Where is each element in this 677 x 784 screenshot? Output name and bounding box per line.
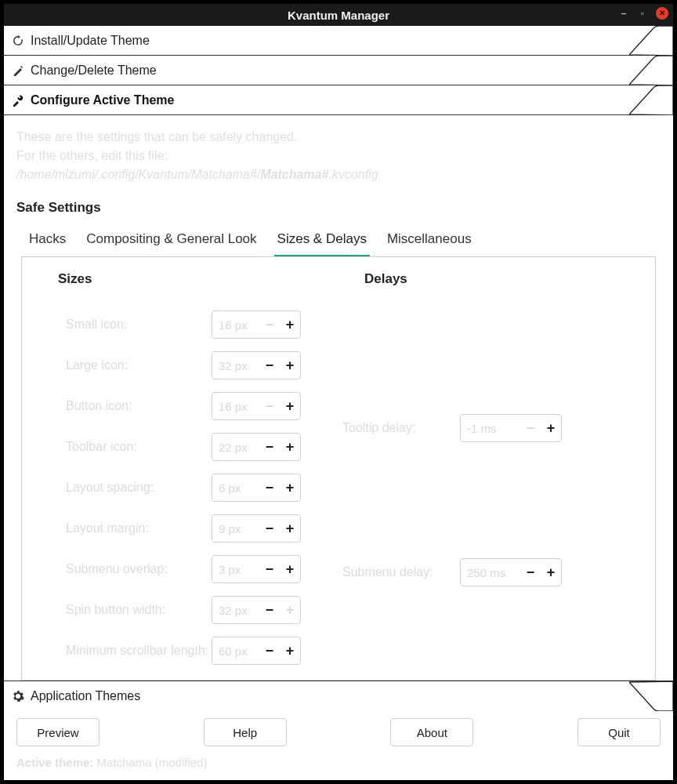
intro-path-prefix: /home/mizumi/.config/Kvantum/Matchama#/ [16,168,260,181]
label-toolbar-icon: Toolbar icon: [36,440,212,454]
plus-icon[interactable]: + [280,556,300,583]
spin-layout-margin[interactable]: 9 px − + [212,514,301,543]
spin-value[interactable]: 6 px [212,481,259,495]
spin-small-icon[interactable]: 16 px − + [212,310,301,339]
status-label: Active theme: [16,756,93,769]
configure-panel: These are the settings that can be safel… [4,115,673,681]
safe-settings-heading: Safe Settings [4,195,673,225]
minimize-icon[interactable]: – [618,8,629,19]
app-window: Kvantum Manager – ▫ ✕ Install/Update The… [0,0,677,784]
row-submenu-overlap: Submenu overlap: 3 px − + [36,549,335,590]
tab-misc[interactable]: Miscellaneous [384,225,475,256]
section-install-label: Install/Update Theme [31,34,150,48]
plus-icon[interactable]: + [280,597,300,623]
plus-icon[interactable]: + [280,637,300,664]
tools-icon [12,94,24,107]
spin-value[interactable]: 16 px [212,318,259,332]
label-layout-spacing: Layout spacing: [36,481,212,495]
label-large-icon: Large icon: [36,358,212,372]
section-appthemes-label: Application Themes [31,689,140,703]
row-layout-margin: Layout margin: 9 px − + [36,508,335,549]
spin-button-icon[interactable]: 16 px − + [212,392,301,420]
spin-value[interactable]: 22 px [212,441,259,454]
label-min-scrollbar: Minimum scrollbar length: [36,644,212,658]
spin-value[interactable]: -1 ms [461,422,520,435]
spin-spin-width[interactable]: 32 px − + [212,596,301,624]
spin-value[interactable]: 250 ms [461,566,520,579]
refresh-icon [12,34,24,47]
minus-icon[interactable]: − [259,311,280,338]
minus-icon[interactable]: − [259,556,280,583]
spin-submenu-delay[interactable]: 250 ms − + [460,558,562,586]
spin-value[interactable]: 3 px [212,563,259,576]
tab-hacks[interactable]: Hacks [26,225,69,256]
minus-icon[interactable]: − [259,352,280,379]
minus-icon[interactable]: − [259,474,280,501]
notch-decor [629,26,673,56]
spin-value[interactable]: 32 px [212,359,259,372]
spin-tooltip-delay[interactable]: -1 ms − + [460,414,562,442]
row-submenu-delay: Submenu delay: 250 ms − + [342,552,641,593]
spin-layout-spacing[interactable]: 6 px − + [212,474,301,502]
row-large-icon: Large icon: 32 px − + [36,345,335,386]
tab-sizes-delays[interactable]: Sizes & Delays [274,225,370,256]
spin-value[interactable]: 32 px [212,604,259,617]
sizes-heading: Sizes [36,271,335,304]
minus-icon[interactable]: − [259,393,280,419]
section-configure-label: Configure Active Theme [31,93,174,107]
about-button[interactable]: About [390,718,473,746]
minus-icon[interactable]: − [259,515,280,542]
section-configure[interactable]: Configure Active Theme [4,85,673,115]
status-bar: Active theme: Matchama (modified) [16,754,661,769]
plus-icon[interactable]: + [280,311,300,338]
row-min-scrollbar: Minimum scrollbar length: 60 px − + [36,630,335,671]
minus-icon[interactable]: − [259,637,280,664]
section-change-label: Change/Delete Theme [31,64,157,78]
label-spin-width: Spin button width: [36,603,212,617]
spin-toolbar-icon[interactable]: 22 px − + [212,433,301,461]
minus-icon[interactable]: − [520,559,541,586]
minus-icon[interactable]: − [520,415,541,441]
spin-min-scrollbar[interactable]: 60 px − + [212,637,301,665]
plus-icon[interactable]: + [280,393,300,419]
intro-path-suffix: .kvconfig [328,168,378,181]
plus-icon[interactable]: + [280,352,300,379]
minus-icon[interactable]: − [259,434,280,460]
section-appthemes[interactable]: Application Themes [4,681,673,710]
plus-icon[interactable]: + [280,515,300,542]
notch-decor [629,681,673,711]
tab-panel-sizes-delays: Sizes Small icon: 16 px − + Large icon: … [21,256,656,681]
spin-value[interactable]: 60 px [212,644,259,658]
notch-decor [629,56,673,85]
plus-icon[interactable]: + [280,434,300,460]
help-button[interactable]: Help [204,718,287,746]
footer-buttons: Preview Help About Quit [16,718,661,746]
spin-value[interactable]: 16 px [212,400,259,413]
plus-icon[interactable]: + [541,559,561,586]
label-submenu-overlap: Submenu overlap: [36,562,212,576]
window-controls: – ▫ ✕ [618,7,668,20]
quit-button[interactable]: Quit [577,718,661,746]
label-submenu-delay: Submenu delay: [342,565,460,579]
row-spin-width: Spin button width: 32 px − + [36,590,335,630]
minus-icon[interactable]: − [259,597,280,623]
spin-value[interactable]: 9 px [212,522,259,535]
preview-button[interactable]: Preview [16,718,100,746]
footer: Preview Help About Quit Active theme: Ma… [4,710,673,780]
plus-icon[interactable]: + [280,474,300,501]
status-value: Matchama (modified) [93,756,207,769]
section-change[interactable]: Change/Delete Theme [4,56,673,85]
intro-path-strong: Matchama# [260,168,328,181]
maximize-icon[interactable]: ▫ [637,8,648,19]
delays-column: Delays Tooltip delay: -1 ms − + Submenu … [342,271,641,680]
titlebar[interactable]: Kvantum Manager – ▫ ✕ [4,4,673,26]
tab-compositing[interactable]: Compositing & General Look [83,225,259,256]
spin-large-icon[interactable]: 32 px − + [212,351,301,379]
spin-submenu-overlap[interactable]: 3 px − + [212,555,301,583]
intro-line1: These are the settings that can be safel… [16,128,661,147]
plus-icon[interactable]: + [541,415,561,441]
section-install[interactable]: Install/Update Theme [4,26,673,56]
close-icon[interactable]: ✕ [656,7,668,20]
delays-heading: Delays [342,271,641,304]
label-small-icon: Small icon: [36,318,212,332]
